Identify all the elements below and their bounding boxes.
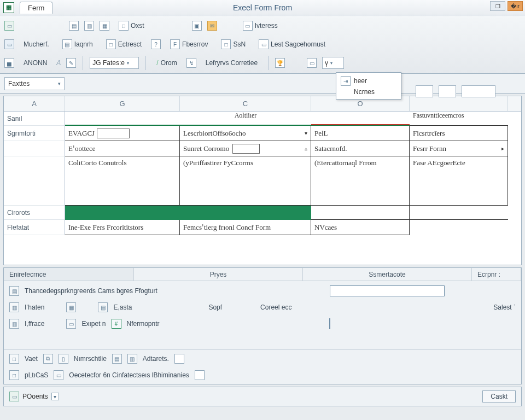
cell[interactable]: Ficsrtrcīers xyxy=(410,126,508,141)
ribbon-icon[interactable]: ✎ xyxy=(66,58,76,68)
panel-icon: □ xyxy=(9,370,19,380)
row-label[interactable]: Sgrımtorti xyxy=(4,126,65,141)
row-label[interactable]: Flefatat xyxy=(4,220,65,235)
panel-icon: ▦ xyxy=(66,302,76,312)
panel-label: E,asta xyxy=(113,304,132,311)
col-header-c[interactable]: C xyxy=(180,96,311,111)
panel-label: pLtıCaS xyxy=(25,371,48,379)
ribbon-button[interactable]: ▭Ivteress xyxy=(239,19,282,32)
col-header-g[interactable]: G xyxy=(65,96,180,111)
ribbon-button[interactable]: □Ectresct xyxy=(102,38,145,51)
panel-tab[interactable]: Pryes xyxy=(134,268,303,281)
cell[interactable]: Fase AEcgoerEcte xyxy=(410,156,508,206)
popup-panel: ⇥heer Ncrnes xyxy=(336,72,401,100)
spreadsheet-grid: A G C O Sanıl Sgrımtorti Cirorots Flefat… xyxy=(3,96,522,265)
ribbon-icon[interactable]: ▣ xyxy=(192,21,202,31)
cell[interactable]: Femcsˈtierg frıonl Concf Form xyxy=(180,220,311,235)
cell[interactable] xyxy=(410,220,508,235)
row-label[interactable]: Cirorots xyxy=(4,206,65,220)
ribbon-icon[interactable]: ? xyxy=(151,39,161,49)
cell[interactable]: Ine-Exe Fers Frcorititstors xyxy=(65,220,180,235)
ribbon-button[interactable]: □Oxst xyxy=(115,19,148,32)
panel-label: Nımrschtlie xyxy=(74,355,107,363)
cell[interactable]: EVAGCJ xyxy=(65,126,180,141)
status-button[interactable]: Caskt xyxy=(482,390,516,402)
section-header: Aoltiiıer xyxy=(180,112,311,120)
panel-tab[interactable]: Enirefecrnce xyxy=(4,268,134,281)
ribbon-row-1: ▭ ▤ ▥ ▦ □Oxst ▣ ✉ ▭Ivteress xyxy=(4,18,521,34)
mini-input-1[interactable] xyxy=(416,85,433,97)
ribbon-icon[interactable]: ↯ xyxy=(186,58,196,68)
panel-label: Sopf xyxy=(208,304,222,311)
ribbon-icon[interactable]: ▥ xyxy=(84,21,94,31)
ribbon-icon[interactable]: ▦ xyxy=(100,21,109,31)
cells-area: Aoltiiıer Fastuvntticeemcros EVAGCJ Lesc… xyxy=(65,112,521,235)
checkbox-icon[interactable] xyxy=(195,370,205,380)
ribbon-button[interactable]: ▭Lest Sagcehornust xyxy=(255,38,329,51)
ribbon-button[interactable]: □SsN xyxy=(217,38,249,51)
col-header-a[interactable]: A xyxy=(4,96,65,111)
cell[interactable]: (Etercattornaql Frrom xyxy=(311,156,410,206)
panel-input-small[interactable] xyxy=(329,318,330,329)
name-box[interactable]: Faxttes▾ xyxy=(4,77,65,90)
panel-icon: □ xyxy=(9,354,19,364)
ribbon-icon[interactable]: ▭ xyxy=(4,39,14,49)
cell[interactable]: NVcaes xyxy=(311,220,410,235)
ribbon-button[interactable]: ANONN xyxy=(20,57,51,68)
ribbon-icon[interactable]: ✉ xyxy=(207,21,217,31)
window-button-2[interactable]: �ır xyxy=(508,1,523,11)
ribbon-icon[interactable]: ▤ xyxy=(69,21,79,31)
ribbon-row-2: ▭ Mucherf. ▤Iaqnrh □Ectresct ? FFbesrrov… xyxy=(4,36,521,52)
ribbon-icon[interactable]: ▅ xyxy=(4,58,14,68)
ribbon-combo-1[interactable]: JG Fates:e▾ xyxy=(90,57,139,69)
app-icon: ▦ xyxy=(3,2,14,13)
row-labels: Sanıl Sgrımtorti Cirorots Flefatat xyxy=(4,112,65,235)
lower-panel: Enirefecrnce Pryes Ssmertacote Ecrpnr : … xyxy=(3,267,522,384)
cell[interactable]: Sunret Corromo▵ xyxy=(180,141,311,156)
cell[interactable]: Satacrnofd. xyxy=(311,141,410,156)
row-label[interactable] xyxy=(4,141,65,156)
panel-label: Nfermopntr xyxy=(127,320,160,328)
section-header: Fastuvntticeemcros xyxy=(410,112,508,120)
panel-label: Coreel ecc xyxy=(260,304,291,311)
ribbon-button[interactable]: Lefryrvs Corretiee xyxy=(202,57,261,68)
ribbon-icon[interactable]: ▭ xyxy=(307,58,317,68)
panel-label: I,ffrace xyxy=(25,320,44,328)
ribbon-icon[interactable]: ▭ xyxy=(4,21,14,31)
panel-label: Adtarets. xyxy=(143,355,169,363)
ribbon-button[interactable]: FFbesrrov xyxy=(166,38,212,51)
trophy-icon[interactable]: 🏆 xyxy=(275,58,285,68)
cell[interactable]: LescrbiortOffso6ocho▾ xyxy=(180,126,311,141)
cell[interactable]: Fesrr Fornn▸ xyxy=(410,141,508,156)
ribbon-combo-2[interactable]: γ▾ xyxy=(322,57,344,69)
row-label[interactable] xyxy=(4,156,65,206)
cell[interactable]: (yPıriffastirer FyCcorms xyxy=(180,156,311,206)
ribbon-button[interactable]: Mucherf. xyxy=(20,39,53,50)
ribbon-button[interactable]: ▤Iaqnrh xyxy=(59,38,97,51)
panel-icon: ▥ xyxy=(9,319,19,329)
panel-icon: ▥ xyxy=(127,354,137,364)
status-text: POoents xyxy=(22,393,48,400)
row-label[interactable]: Sanıl xyxy=(4,112,65,126)
popup-item[interactable]: Ncrnes xyxy=(354,88,375,96)
cell[interactable]: PelL xyxy=(311,126,410,141)
ribbon-row-3: ▅ ANONN A ✎ JG Fates:e▾ /Orom ↯ Lefryrvs… xyxy=(4,55,521,71)
cell[interactable]: Eˈoottece xyxy=(65,141,180,156)
checkbox-icon[interactable] xyxy=(174,354,184,364)
panel-tab[interactable]: Ssmertacote xyxy=(303,268,472,281)
window-button-1[interactable]: ❐ xyxy=(490,1,505,11)
panel-icon: ▤ xyxy=(98,302,108,312)
panel-text: Thancedegsprkngreerds Cams bgres Ffogtur… xyxy=(25,287,158,295)
status-icon[interactable]: ▾ xyxy=(51,393,59,400)
mini-input-2[interactable] xyxy=(439,85,456,97)
titlebar-tab[interactable]: Ferm xyxy=(20,2,52,14)
panel-input[interactable] xyxy=(330,285,445,296)
popup-item[interactable]: heer xyxy=(354,77,367,85)
panel-tab[interactable]: Ecrpnr : xyxy=(472,268,521,281)
highlight-row xyxy=(65,206,521,220)
status-icon: ▭ xyxy=(9,392,19,401)
cell[interactable]: ColiCorto Conutrols xyxy=(65,156,180,206)
col-header-e[interactable] xyxy=(410,96,508,111)
mini-input-3[interactable] xyxy=(462,85,495,97)
ribbon-button[interactable]: /Orom xyxy=(153,57,180,68)
